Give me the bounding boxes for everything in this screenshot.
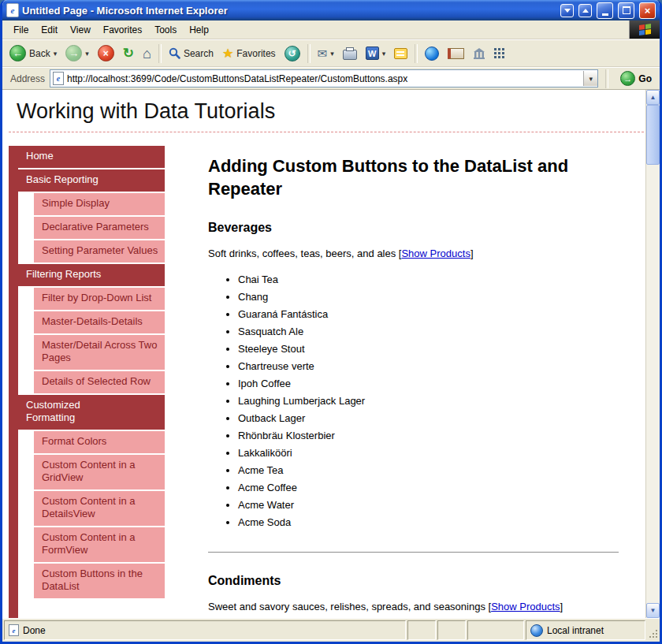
address-dropdown-button[interactable]: ▾ bbox=[583, 71, 597, 86]
sites-button[interactable] bbox=[469, 46, 489, 61]
menu-tools[interactable]: Tools bbox=[148, 22, 183, 38]
forward-button[interactable]: → ▾ bbox=[61, 43, 93, 64]
up-arrow-icon bbox=[582, 9, 589, 13]
toolbar-separator bbox=[415, 44, 418, 63]
maximize-button[interactable] bbox=[618, 2, 634, 19]
addressbar-separator bbox=[605, 69, 608, 88]
back-button[interactable]: ← Back ▾ bbox=[6, 43, 61, 64]
menubar: FileEditViewFavoritesToolsHelp bbox=[2, 20, 660, 39]
history-button[interactable]: ↺ bbox=[281, 43, 304, 64]
research-button[interactable] bbox=[444, 46, 468, 61]
zone-text: Local intranet bbox=[547, 625, 604, 636]
product-list: Chai TeaChangGuaraná FantásticaSasquatch… bbox=[224, 274, 619, 528]
back-icon: ← bbox=[9, 45, 26, 61]
mail-button[interactable]: ✉ ▾ bbox=[314, 45, 338, 61]
resize-grip[interactable] bbox=[647, 620, 660, 640]
category-description: Soft drinks, coffees, teas, beers, and a… bbox=[208, 248, 619, 259]
sidebar-item-basic-reporting[interactable]: Basic Reporting bbox=[18, 169, 165, 193]
status-pane-empty bbox=[467, 620, 524, 640]
print-button[interactable] bbox=[339, 45, 361, 62]
forward-icon: → bbox=[65, 45, 82, 61]
minimize-button[interactable] bbox=[597, 2, 613, 19]
nav-stripe bbox=[9, 146, 18, 618]
menu-view[interactable]: View bbox=[64, 22, 97, 38]
product-item: Rhönbräu Klosterbier bbox=[238, 430, 619, 441]
scroll-thumb[interactable] bbox=[646, 105, 660, 165]
sidebar-item-declarative-parameters[interactable]: Declarative Parameters bbox=[34, 217, 165, 240]
edit-dropdown-icon[interactable]: ▾ bbox=[382, 50, 386, 58]
sidebar-item-format-colors[interactable]: Format Colors bbox=[34, 431, 165, 455]
edit-with-word-button[interactable]: W ▾ bbox=[362, 44, 390, 62]
product-item: Chang bbox=[238, 291, 619, 303]
ie-page-icon: e bbox=[6, 3, 19, 17]
discuss-button[interactable] bbox=[390, 46, 411, 61]
close-icon: × bbox=[645, 5, 651, 17]
show-products-link[interactable]: Show Products bbox=[491, 601, 560, 612]
stop-button[interactable]: × bbox=[94, 43, 118, 64]
article-title: Adding Custom Buttons to the DataList an… bbox=[208, 155, 619, 200]
standard-buttons-toolbar: ← Back ▾ → ▾ × ↻ ⌂ Search ★ Favorites bbox=[2, 39, 660, 67]
links-button[interactable] bbox=[490, 46, 508, 61]
header-divider bbox=[9, 132, 644, 132]
product-item: Ipoh Coffee bbox=[238, 378, 619, 389]
address-input[interactable]: e http://localhost:3699/Code/CustomButto… bbox=[50, 69, 598, 87]
search-button[interactable]: Search bbox=[165, 45, 218, 61]
sidebar-item-custom-content-in-a-gridview[interactable]: Custom Content in a GridView bbox=[34, 455, 165, 491]
status-pane: e Done bbox=[4, 620, 406, 640]
search-icon bbox=[169, 47, 180, 59]
toolbar-separator bbox=[158, 44, 162, 63]
scroll-track[interactable] bbox=[646, 105, 660, 603]
menu-favorites[interactable]: Favorites bbox=[97, 22, 148, 38]
sidebar-item-custom-buttons-in-the-datalist[interactable]: Custom Buttons in the DataList bbox=[34, 564, 165, 600]
menu-file[interactable]: File bbox=[7, 22, 35, 38]
scroll-down-button[interactable]: ▼ bbox=[646, 603, 660, 618]
sidebar-item-master-details-details[interactable]: Master-Details-Details bbox=[34, 311, 165, 335]
titlebar-extra-button-1[interactable] bbox=[560, 4, 574, 17]
product-item: Acme Water bbox=[238, 499, 619, 511]
vertical-scrollbar[interactable]: ▲ ▼ bbox=[645, 90, 660, 618]
maximize-icon bbox=[623, 6, 630, 14]
article-content: Adding Custom Buttons to the DataList an… bbox=[165, 146, 645, 618]
mail-dropdown-icon[interactable]: ▾ bbox=[330, 50, 334, 58]
titlebar-extra-button-2[interactable] bbox=[578, 4, 592, 17]
sidebar-item-custom-content-in-a-detailsview[interactable]: Custom Content in a DetailsView bbox=[34, 491, 165, 527]
address-label: Address bbox=[10, 73, 45, 84]
favorites-button[interactable]: ★ Favorites bbox=[218, 45, 280, 62]
sidebar-item-home[interactable]: Home bbox=[18, 146, 165, 169]
status-pane-empty bbox=[407, 620, 436, 640]
back-label: Back bbox=[29, 48, 50, 59]
sidebar-item-master-detail-across-two-pages[interactable]: Master/Detail Across Two Pages bbox=[34, 335, 165, 371]
forward-dropdown-icon[interactable]: ▾ bbox=[85, 50, 89, 58]
sidebar-item-setting-parameter-values[interactable]: Setting Parameter Values bbox=[34, 240, 165, 264]
sidebar-item-filtering-reports[interactable]: Filtering Reports bbox=[18, 264, 165, 288]
sidebar-item-customized-formatting[interactable]: Customized Formatting bbox=[18, 395, 165, 431]
refresh-button[interactable]: ↻ bbox=[119, 44, 138, 62]
security-zone-pane: Local intranet bbox=[526, 620, 645, 640]
favorites-label: Favorites bbox=[236, 48, 275, 59]
go-label: Go bbox=[638, 73, 652, 84]
section-divider bbox=[208, 552, 619, 553]
titlebar[interactable]: e Untitled Page - Microsoft Internet Exp… bbox=[2, 0, 660, 20]
scroll-up-button[interactable]: ▲ bbox=[646, 90, 660, 105]
sidebar-item-simple-display[interactable]: Simple Display bbox=[34, 193, 165, 217]
sidebar-item-details-of-selected-row[interactable]: Details of Selected Row bbox=[34, 371, 165, 395]
book-icon bbox=[448, 48, 464, 59]
product-item: Acme Soda bbox=[238, 516, 619, 528]
close-button[interactable]: × bbox=[639, 2, 656, 19]
home-icon: ⌂ bbox=[143, 47, 151, 61]
go-button[interactable]: → Go bbox=[616, 69, 656, 87]
product-item: Laughing Lumberjack Lager bbox=[238, 395, 619, 407]
minimize-icon bbox=[602, 13, 608, 16]
menu-edit[interactable]: Edit bbox=[35, 22, 64, 38]
menu-help[interactable]: Help bbox=[183, 22, 215, 38]
back-dropdown-icon[interactable]: ▾ bbox=[54, 50, 58, 58]
grid-icon bbox=[494, 48, 504, 58]
intranet-zone-icon bbox=[530, 624, 543, 637]
messenger-button[interactable] bbox=[421, 44, 443, 63]
sidebar-item-filter-by-drop-down-list[interactable]: Filter by Drop-Down List bbox=[34, 288, 165, 311]
address-url[interactable]: http://localhost:3699/Code/CustomButtons… bbox=[67, 73, 580, 84]
history-icon: ↺ bbox=[285, 46, 300, 61]
home-button[interactable]: ⌂ bbox=[139, 44, 155, 63]
show-products-link[interactable]: Show Products bbox=[401, 248, 470, 259]
sidebar-item-custom-content-in-a-formview[interactable]: Custom Content in a FormView bbox=[34, 527, 165, 564]
